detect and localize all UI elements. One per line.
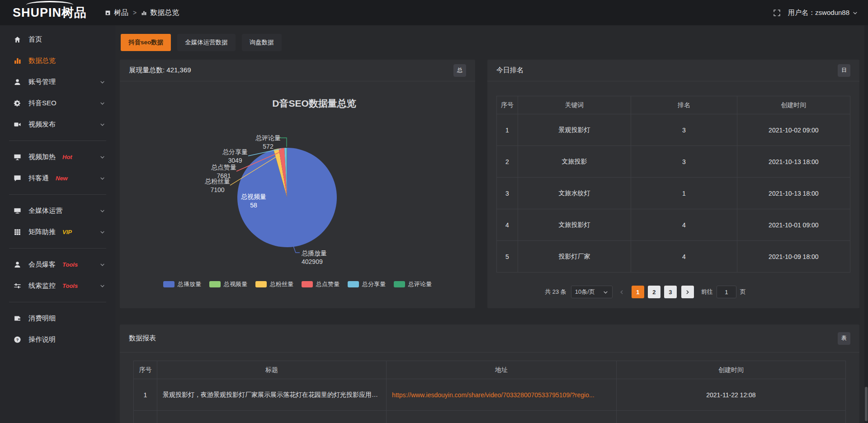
report-table: 序号标题地址创建时间 1 景观投影灯，夜游景观投影灯厂家展示展示落花灯在花园里的… bbox=[133, 361, 846, 423]
app-logo: SHUPIN树品 bbox=[0, 5, 105, 21]
legend-item-总粉丝量[interactable]: 总粉丝量 bbox=[255, 280, 293, 288]
legend-label: 总视频量 bbox=[224, 280, 247, 288]
video-link[interactable]: https://www.iesdouyin.com/share/video/70… bbox=[392, 391, 594, 399]
chart-title: D音SEO数据量总览 bbox=[272, 98, 356, 108]
pie-label-value: 572 bbox=[263, 143, 274, 150]
rank-seq-cell: 3 bbox=[497, 178, 518, 209]
sidebar-item-2[interactable]: 账号管理 bbox=[0, 71, 115, 93]
chevron-down-icon bbox=[99, 175, 105, 181]
chart-icon bbox=[14, 57, 22, 65]
chevron-down-icon bbox=[99, 100, 105, 106]
chevron-down-icon bbox=[99, 154, 105, 160]
sidebar-divider bbox=[9, 141, 106, 141]
breadcrumb: 树品 > 数据总览 bbox=[105, 8, 179, 18]
ranking-title: 今日排名 bbox=[496, 66, 524, 75]
pagination-prev-button[interactable] bbox=[617, 289, 627, 295]
sidebar-item-label: 消费明细 bbox=[28, 314, 56, 323]
sidebar-item-13[interactable]: 线索监控Tools bbox=[0, 275, 115, 296]
pie-label-value: 402909 bbox=[302, 258, 323, 265]
tab-1[interactable]: 全媒体运营数据 bbox=[177, 34, 236, 51]
topbar-right: 用户名：zswodun88 bbox=[773, 9, 868, 17]
legend-swatch bbox=[348, 281, 359, 287]
video-icon bbox=[14, 121, 22, 128]
rank-keyword-cell: 文旅水纹灯 bbox=[518, 178, 631, 209]
sidebar-item-12[interactable]: 会员爆客Tools bbox=[0, 254, 115, 275]
ranking-table-row: 1 景观投影灯 3 2021-10-02 09:00 bbox=[497, 114, 850, 146]
sidebar-item-label: 抖音SEO bbox=[28, 99, 57, 108]
gear-icon bbox=[14, 99, 22, 107]
ranking-table-row: 2 文旅投影 3 2021-10-13 18:00 bbox=[497, 146, 850, 178]
sidebar-item-10[interactable]: 矩阵助推VIP bbox=[0, 221, 115, 243]
report-title: 数据报表 bbox=[129, 334, 156, 343]
report-badge-button[interactable]: 表 bbox=[838, 332, 850, 345]
ranking-column-header: 排名 bbox=[631, 96, 737, 114]
breadcrumb-label: 数据总览 bbox=[150, 8, 179, 18]
sidebar-item-6[interactable]: 视频加热Hot bbox=[0, 146, 115, 168]
monitor-icon bbox=[14, 207, 22, 215]
chart-legend: 总播放量 总视频量 总粉丝量 总点赞量 总分享量 总评论量 bbox=[120, 280, 475, 288]
sidebar-item-15[interactable]: 消费明细 bbox=[0, 308, 115, 329]
content-tabs: 抖音seo数据全媒体运营数据询盘数据 bbox=[121, 34, 282, 51]
pie-label-name: 总点赞量 bbox=[211, 164, 236, 171]
goto-page-input[interactable] bbox=[717, 286, 736, 298]
sidebar-item-9[interactable]: 全媒体运营 bbox=[0, 200, 115, 221]
sidebar-item-3[interactable]: 抖音SEO bbox=[0, 93, 115, 114]
pagination-page-1[interactable]: 1 bbox=[632, 286, 644, 298]
rank-rank-cell: 3 bbox=[631, 114, 737, 146]
legend-swatch bbox=[255, 281, 267, 287]
pie-label-name: 总视频量 bbox=[241, 193, 266, 200]
legend-label: 总点赞量 bbox=[316, 280, 340, 288]
sidebar-item-label: 矩阵助推 bbox=[28, 228, 56, 236]
ranking-badge-button[interactable]: 日 bbox=[838, 64, 850, 77]
sidebar-item-badge: Tools bbox=[62, 261, 78, 268]
username-label: 用户名：zswodun88 bbox=[788, 9, 849, 17]
ranking-column-header: 序号 bbox=[497, 96, 518, 114]
pie-label-value: 3049 bbox=[228, 157, 242, 164]
breadcrumb-item-home[interactable]: 树品 bbox=[105, 8, 128, 18]
pagination: 共 23 条 10条/页 123 前往 页 bbox=[459, 286, 831, 298]
report-url-cell: https://www.iesdouyin.com/share/video/70… bbox=[387, 379, 617, 411]
rank-created-cell: 2021-10-13 18:00 bbox=[737, 146, 850, 178]
pie-label-value: 7100 bbox=[210, 186, 224, 193]
user-menu[interactable]: 用户名：zswodun88 bbox=[788, 9, 858, 17]
scrollbar-thumb[interactable] bbox=[865, 387, 868, 421]
report-column-header: 创建时间 bbox=[616, 361, 845, 379]
legend-item-总点赞量[interactable]: 总点赞量 bbox=[302, 280, 340, 288]
screen-icon bbox=[14, 153, 22, 161]
chevron-down-icon bbox=[99, 262, 105, 268]
legend-item-总评论量[interactable]: 总评论量 bbox=[394, 280, 432, 288]
user-icon bbox=[14, 261, 22, 268]
sidebar-item-label: 操作说明 bbox=[28, 335, 56, 344]
tab-2[interactable]: 询盘数据 bbox=[242, 34, 282, 51]
tab-0[interactable]: 抖音seo数据 bbox=[121, 34, 171, 51]
legend-swatch bbox=[394, 281, 405, 287]
legend-label: 总评论量 bbox=[408, 280, 432, 288]
rank-rank-cell: 1 bbox=[631, 178, 737, 209]
sidebar-item-4[interactable]: 视频发布 bbox=[0, 114, 115, 135]
sidebar-item-0[interactable]: 首页 bbox=[0, 29, 115, 50]
rank-keyword-cell: 文旅投影灯 bbox=[518, 209, 631, 241]
sidebar-item-7[interactable]: 抖客通New bbox=[0, 168, 115, 189]
page-size-select[interactable]: 10条/页 bbox=[571, 286, 613, 298]
pagination-goto: 前往 页 bbox=[701, 286, 746, 298]
pagination-page-3[interactable]: 3 bbox=[664, 286, 677, 298]
sidebar-item-16[interactable]: ? 操作说明 bbox=[0, 329, 115, 350]
pagination-next-button[interactable] bbox=[681, 286, 694, 298]
goto-unit: 页 bbox=[740, 288, 746, 296]
pie-chart: D音SEO数据量总览总播放量402909总视频量58总粉丝量7100总点赞量76… bbox=[120, 60, 475, 277]
ranking-panel: 今日排名 日 序号关键词排名创建时间 1 景观投影灯 3 2021-10-02 … bbox=[487, 60, 859, 308]
breadcrumb-item-current[interactable]: 数据总览 bbox=[141, 8, 179, 18]
legend-item-总分享量[interactable]: 总分享量 bbox=[348, 280, 386, 288]
legend-item-总播放量[interactable]: 总播放量 bbox=[163, 280, 201, 288]
rank-created-cell: 2021-10-09 18:00 bbox=[737, 241, 850, 273]
pagination-page-2[interactable]: 2 bbox=[648, 286, 660, 298]
fullscreen-icon[interactable] bbox=[773, 9, 781, 17]
sidebar-divider bbox=[9, 302, 106, 302]
report-table-row: 1 景观投影灯，夜游景观投影灯厂家展示展示落花灯在花园里的灯光投影应用效果 # … bbox=[134, 379, 846, 411]
chevron-down-icon bbox=[603, 289, 609, 295]
rank-keyword-cell: 景观投影灯 bbox=[518, 114, 631, 146]
sidebar-item-1[interactable]: 数据总览 bbox=[0, 50, 115, 71]
legend-item-总视频量[interactable]: 总视频量 bbox=[209, 280, 247, 288]
rank-created-cell: 2021-10-02 09:00 bbox=[737, 114, 850, 146]
ranking-table-row: 4 文旅投影灯 4 2021-10-01 09:00 bbox=[497, 209, 850, 241]
